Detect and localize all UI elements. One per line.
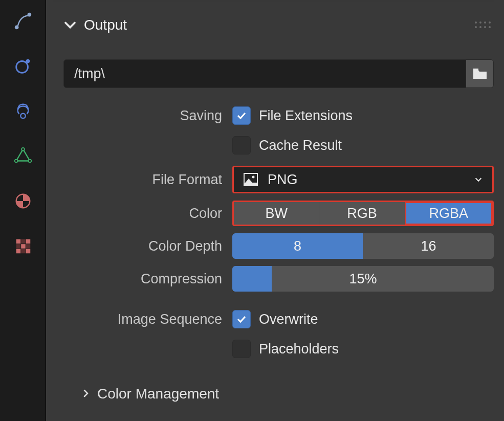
- svg-rect-11: [21, 239, 26, 244]
- svg-rect-14: [21, 244, 26, 249]
- svg-point-6: [21, 148, 25, 151]
- check-icon: [235, 313, 248, 325]
- svg-rect-10: [16, 239, 20, 244]
- constraint-icon: [13, 101, 33, 121]
- browse-folder-button[interactable]: [466, 59, 494, 88]
- tab-particles[interactable]: [12, 55, 34, 77]
- chevron-right-icon: [81, 386, 91, 402]
- svg-point-3: [26, 59, 30, 63]
- svg-rect-18: [26, 249, 30, 254]
- file-format-value: PNG: [268, 172, 298, 188]
- file-format-label: File Format: [53, 172, 232, 188]
- tab-physics[interactable]: [12, 190, 34, 212]
- svg-rect-19: [473, 69, 478, 71]
- compression-label: Compression: [53, 271, 232, 287]
- compression-slider[interactable]: 15%: [232, 266, 494, 292]
- particles-icon: [13, 56, 33, 76]
- output-path-input[interactable]: [63, 59, 466, 88]
- tab-modifiers[interactable]: [12, 145, 34, 167]
- panel-title: Output: [84, 17, 127, 33]
- physics-icon: [13, 191, 33, 211]
- folder-icon: [472, 65, 488, 82]
- placeholders-label: Placeholders: [259, 341, 339, 357]
- placeholders-checkbox[interactable]: [232, 340, 251, 358]
- output-panel: Output Saving File Extensions: [46, 0, 504, 421]
- properties-tab-strip: [0, 0, 46, 421]
- drag-handle-icon[interactable]: [475, 21, 491, 28]
- color-option-rgba[interactable]: RGBA: [405, 202, 492, 225]
- color-depth-label: Color Depth: [53, 238, 232, 254]
- cache-result-label: Cache Result: [259, 138, 342, 153]
- color-option-bw[interactable]: BW: [234, 202, 319, 225]
- svg-point-4: [20, 114, 26, 119]
- svg-rect-17: [21, 249, 26, 254]
- chevron-down-icon: [474, 172, 483, 188]
- overwrite-label: Overwrite: [259, 312, 318, 327]
- chevron-down-icon: [62, 17, 78, 33]
- color-depth-option-8[interactable]: 8: [232, 233, 363, 259]
- compression-value: 15%: [349, 271, 377, 287]
- curve-icon: [13, 11, 33, 31]
- color-management-label: Color Management: [97, 386, 219, 402]
- svg-rect-16: [16, 249, 20, 254]
- color-label: Color: [53, 206, 232, 221]
- color-mode-segmented: BW RGB RGBA: [232, 201, 494, 226]
- modifier-icon: [13, 146, 33, 166]
- file-extensions-checkbox[interactable]: [232, 106, 251, 125]
- color-management-subpanel-header[interactable]: Color Management: [81, 386, 494, 402]
- color-depth-segmented: 8 16: [232, 233, 494, 259]
- svg-rect-13: [16, 244, 20, 249]
- texture-icon: [13, 236, 33, 256]
- svg-rect-15: [26, 244, 30, 249]
- output-panel-header[interactable]: Output: [53, 3, 494, 47]
- svg-rect-12: [26, 239, 30, 244]
- tab-curve[interactable]: [12, 10, 34, 32]
- file-format-dropdown[interactable]: PNG: [232, 166, 494, 193]
- tab-texture[interactable]: [12, 235, 34, 257]
- svg-point-8: [14, 160, 17, 163]
- saving-label: Saving: [53, 108, 232, 124]
- image-icon: [243, 172, 258, 187]
- svg-point-7: [28, 160, 31, 163]
- svg-point-2: [16, 61, 28, 73]
- svg-point-21: [252, 176, 255, 179]
- overwrite-checkbox[interactable]: [232, 310, 251, 328]
- tab-constraints[interactable]: [12, 100, 34, 122]
- check-icon: [235, 109, 248, 122]
- color-option-rgb[interactable]: RGB: [319, 202, 405, 225]
- file-extensions-label: File Extensions: [259, 108, 353, 124]
- cache-result-checkbox[interactable]: [232, 136, 251, 154]
- image-sequence-label: Image Sequence: [53, 312, 232, 327]
- color-depth-option-16[interactable]: 16: [363, 233, 494, 259]
